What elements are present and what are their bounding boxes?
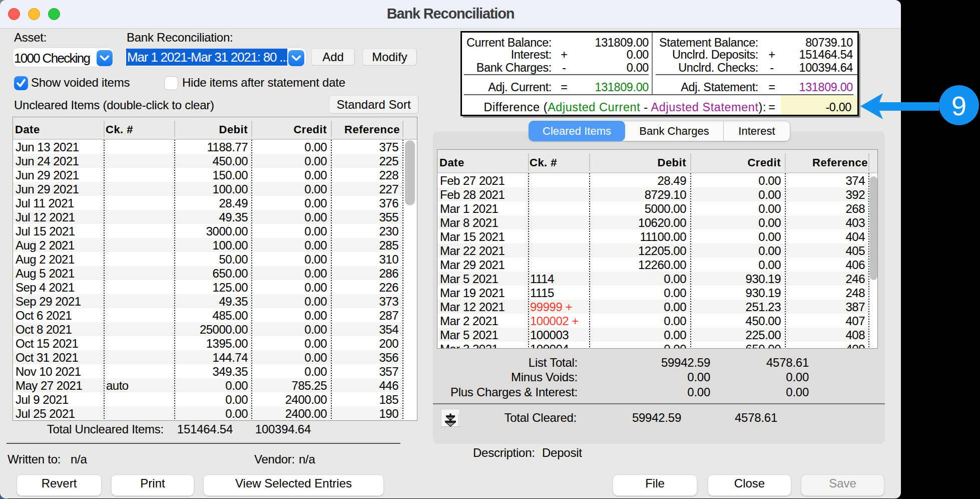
svg-text:9: 9: [951, 91, 966, 121]
